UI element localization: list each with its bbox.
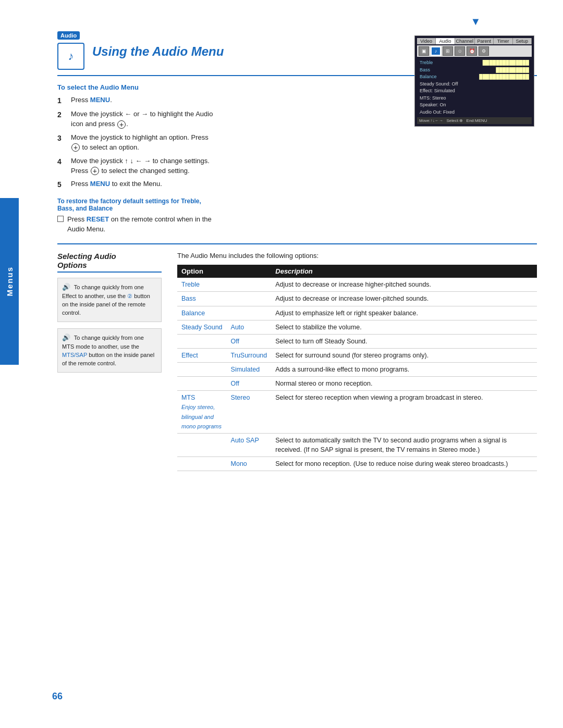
tv-menu-row-bass: Bass ██████████ [420, 67, 529, 74]
option-balance: Balance [177, 306, 227, 320]
desc-mts-autosap: Select to automatically switch the TV to… [271, 433, 537, 456]
factory-note-text: Press RESET on the remote control when i… [67, 215, 219, 235]
sub-bass [227, 292, 272, 306]
step-3: 3 Move the joystick to highlight an opti… [57, 133, 219, 153]
tv-tab-parent: Parent [475, 38, 494, 44]
circle-2-ref: ② [127, 293, 132, 299]
table-row-steady-off: Off Select to turn off Steady Sound. [177, 334, 537, 348]
tv-arrow-container: ▼ [414, 16, 537, 31]
tv-tab-audio: Audio [436, 38, 455, 44]
option-mts-blank2 [177, 457, 227, 471]
factory-note: To restore the factory default settings … [57, 198, 219, 235]
note-box-2: 🔊 To change quickly from one MTS mode to… [57, 328, 162, 373]
step-2-text: Move the joystick ← or → to highlight th… [71, 109, 219, 129]
table-row-effect-tru: Effect TruSurround Select for surround s… [177, 348, 537, 362]
desc-balance: Adjust to emphasize left or right speake… [271, 306, 537, 320]
circle-plus-3: + [71, 143, 80, 152]
tv-icon-6: ⚙ [479, 46, 489, 56]
tv-mts: MTS: Stereo [420, 95, 529, 102]
selecting-title: Selecting AudioOptions [57, 252, 162, 273]
selecting-title-text: Selecting AudioOptions [57, 252, 116, 269]
sub-steady-off: Off [227, 334, 272, 348]
desc-effect-simulated: Adds a surround-like effect to mono prog… [271, 363, 537, 377]
table-row-bass: Bass Adjust to decrease or increase lowe… [177, 292, 537, 306]
steps-left: To select the Audio Menu 1 Press MENU. 2… [57, 83, 219, 234]
table-row-effect-sim: Simulated Adds a surround-like effect to… [177, 363, 537, 377]
table-body: Treble Adjust to decrease or increase hi… [177, 278, 537, 471]
table-row-mts-mono: Mono Select for mono reception. (Use to … [177, 457, 537, 471]
tv-label-balance: Balance [420, 73, 437, 81]
tv-footer-text: Move:↑↓←→ Select:⊕ End:MENU [419, 118, 487, 123]
desc-steady-auto: Select to stabilize the volume. [271, 320, 537, 334]
page-number: 66 [52, 691, 63, 702]
selecting-section: Selecting AudioOptions 🔊 To change quick… [57, 252, 537, 471]
step-4-num: 4 [57, 156, 68, 176]
step-4-text: Move the joystick ↑ ↓ ← → to change sett… [71, 156, 219, 176]
tv-bar-balance: ███████████████ [479, 73, 529, 81]
tv-tab-setup: Setup [513, 38, 532, 44]
step-4: 4 Move the joystick ↑ ↓ ← → to change se… [57, 156, 219, 176]
table-row-effect-off: Off Normal stereo or mono reception. [177, 377, 537, 391]
table-row-balance: Balance Adjust to emphasize left or righ… [177, 306, 537, 320]
selecting-intro: The Audio Menu includes the following op… [177, 252, 537, 260]
sub-effect-simulated: Simulated [227, 363, 272, 377]
col-sub [227, 265, 272, 278]
circle-plus-4: + [91, 167, 99, 175]
note-text-1: To change quickly from one Effect to ano… [62, 284, 150, 316]
col-option: Option [177, 265, 227, 278]
table-row-mts-autosap: Auto SAP Select to automatically switch … [177, 433, 537, 456]
tv-label-treble: Treble [420, 59, 433, 67]
tv-tab-timer: Timer [494, 38, 512, 44]
tv-icon-3: ⊞ [443, 46, 453, 56]
menu-keyword-5: MENU [90, 180, 110, 188]
selecting-left: Selecting AudioOptions 🔊 To change quick… [57, 252, 162, 471]
checkbox-icon [57, 216, 64, 222]
tv-menu-row-balance: Balance ███████████████ [420, 73, 529, 81]
sub-treble [227, 278, 272, 292]
step-2-num: 2 [57, 109, 68, 129]
mts-sap-ref: MTS/SAP [62, 352, 87, 358]
step-3-num: 3 [57, 133, 68, 153]
menu-keyword-1: MENU [90, 96, 110, 104]
arrow-down-icon: ▼ [471, 16, 481, 27]
option-effect: Effect [177, 348, 227, 362]
desc-effect-tru: Select for surround sound (for stereo pr… [271, 348, 537, 362]
note-box-1: 🔊 To change quickly from one Effect to a… [57, 278, 162, 322]
desc-steady-off: Select to turn off Steady Sound. [271, 334, 537, 348]
desc-bass: Adjust to decrease or increase lower-pit… [271, 292, 537, 306]
tv-menu-row-treble: Treble ██████████████ [420, 59, 529, 67]
tv-icon-4: ☺ [455, 46, 465, 56]
tv-footer: Move:↑↓←→ Select:⊕ End:MENU [417, 117, 532, 124]
option-treble: Treble [177, 278, 227, 292]
sub-effect-tru: TruSurround [227, 348, 272, 362]
tv-icon-5: ⏰ [467, 46, 477, 56]
audio-badge: Audio [57, 31, 80, 40]
option-mts-blank1 [177, 433, 227, 456]
step-1-text: Press MENU. [71, 95, 219, 106]
tv-speaker: Speaker: On [420, 102, 529, 109]
step-1-num: 1 [57, 95, 68, 106]
tv-audio-out: Audio Out: Fixed [420, 109, 529, 116]
tv-steady-sound: Steady Sound: Off [420, 81, 529, 88]
factory-note-item: Press RESET on the remote control when i… [57, 215, 219, 235]
sub-balance [227, 306, 272, 320]
note-text-2: To change quickly from one MTS mode to a… [62, 335, 154, 366]
sub-mts-stereo: Stereo [227, 391, 272, 434]
tv-menu-content: Treble ██████████████ Bass ██████████ Ba… [417, 58, 532, 117]
option-steady-sound: Steady Sound [177, 320, 227, 334]
step-3-text: Move the joystick to highlight an option… [71, 133, 219, 153]
table-header: Option Description [177, 265, 537, 278]
table-row-steady-auto: Steady Sound Auto Select to stabilize th… [177, 320, 537, 334]
section-divider [57, 243, 537, 244]
option-effect-blank1 [177, 363, 227, 377]
reset-keyword: RESET [87, 215, 109, 223]
options-table: Option Description Treble Adjust to decr… [177, 265, 537, 471]
table-row-treble: Treble Adjust to decrease or increase hi… [177, 278, 537, 292]
table-header-row: Option Description [177, 265, 537, 278]
option-bass: Bass [177, 292, 227, 306]
tv-tab-video: Video [417, 38, 436, 44]
tv-tab-channel: Channel [455, 38, 475, 44]
table-row-mts-stereo: MTS Enjoy stereo,bilingual andmono progr… [177, 391, 537, 434]
desc-treble: Adjust to decrease or increase higher-pi… [271, 278, 537, 292]
tv-mockup: Video Audio Channel Parent Timer Setup ▣… [414, 35, 534, 127]
